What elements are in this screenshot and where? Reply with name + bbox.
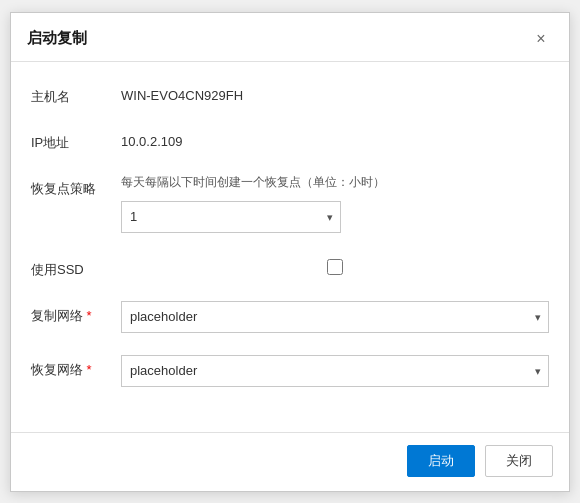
dialog-body: 主机名 WIN-EVO4CN929FH IP地址 10.0.2.109 恢复点策…	[11, 62, 569, 432]
recovery-network-select-wrapper: placeholder ▾	[121, 355, 549, 387]
dialog: 启动复制 × 主机名 WIN-EVO4CN929FH IP地址 10.0.2.1…	[10, 12, 570, 492]
dialog-footer: 启动 关闭	[11, 432, 569, 491]
recovery-network-content: placeholder ▾	[121, 355, 549, 387]
ip-content: 10.0.2.109	[121, 128, 549, 149]
hostname-label: 主机名	[31, 82, 121, 106]
ip-row: IP地址 10.0.2.109	[31, 128, 549, 152]
recovery-network-select[interactable]: placeholder	[121, 355, 549, 387]
recovery-policy-select[interactable]: 1 2 3 4 6 8 12 24	[121, 201, 341, 233]
recovery-network-row: 恢复网络 placeholder ▾	[31, 355, 549, 387]
recovery-network-label: 恢复网络	[31, 355, 121, 379]
recovery-policy-row: 恢复点策略 每天每隔以下时间创建一个恢复点（单位：小时） 1 2 3 4 6 8…	[31, 174, 549, 233]
replication-network-row: 复制网络 placeholder ▾	[31, 301, 549, 333]
replication-network-select[interactable]: placeholder	[121, 301, 549, 333]
close-icon-button[interactable]: ×	[529, 27, 553, 51]
hostname-row: 主机名 WIN-EVO4CN929FH	[31, 82, 549, 106]
use-ssd-label: 使用SSD	[31, 255, 121, 279]
hostname-value: WIN-EVO4CN929FH	[121, 82, 549, 103]
dialog-title: 启动复制	[27, 29, 87, 48]
start-button[interactable]: 启动	[407, 445, 475, 477]
replication-network-label: 复制网络	[31, 301, 121, 325]
ip-value: 10.0.2.109	[121, 128, 549, 149]
use-ssd-checkbox[interactable]	[327, 259, 343, 275]
recovery-policy-select-wrapper: 1 2 3 4 6 8 12 24 ▾	[121, 201, 341, 233]
recovery-policy-label: 恢复点策略	[31, 174, 121, 198]
replication-network-select-wrapper: placeholder ▾	[121, 301, 549, 333]
recovery-policy-hint: 每天每隔以下时间创建一个恢复点（单位：小时）	[121, 174, 549, 191]
dialog-header: 启动复制 ×	[11, 13, 569, 62]
use-ssd-row: 使用SSD	[31, 255, 549, 279]
ip-label: IP地址	[31, 128, 121, 152]
close-button[interactable]: 关闭	[485, 445, 553, 477]
replication-network-content: placeholder ▾	[121, 301, 549, 333]
recovery-policy-content: 每天每隔以下时间创建一个恢复点（单位：小时） 1 2 3 4 6 8 12 24…	[121, 174, 549, 233]
hostname-content: WIN-EVO4CN929FH	[121, 82, 549, 103]
use-ssd-content	[121, 255, 549, 275]
